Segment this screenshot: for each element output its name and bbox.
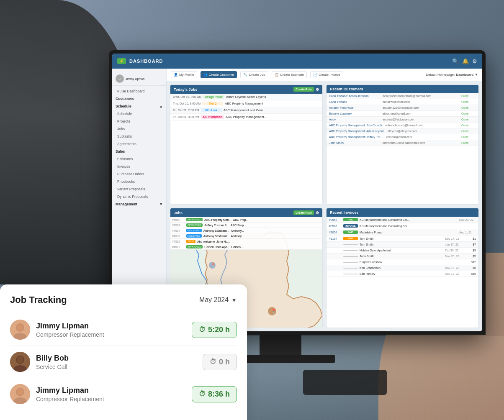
create-invoice-button[interactable]: 📄 Create Invoice <box>310 71 343 78</box>
time-badge-3[interactable]: ⏱ 8:36 h <box>192 386 237 402</box>
job-date: Fri, Oct 21, 2:00 PM <box>173 109 199 112</box>
table-row: Carla Triviano carlatrivi@gmail.com Curr… <box>327 99 478 105</box>
time-badge-2[interactable]: ⏱ 0 h <box>203 354 237 370</box>
settings-icon[interactable]: ⚙ <box>316 87 319 92</box>
job-customer: ABC Management and Cons... <box>224 108 320 112</box>
my-profile-button[interactable]: 👤 My Profile <box>171 71 197 78</box>
sidebar-label: Jobs <box>117 127 125 131</box>
invoice-status <box>343 262 358 263</box>
month-chevron-icon: ▼ <box>231 297 237 303</box>
user-avatar: J <box>116 74 124 83</box>
create-customer-label: Create Customer <box>209 73 234 77</box>
user-name: Jimmy Lipman <box>126 77 144 80</box>
svg-point-11 <box>17 356 23 363</box>
sidebar-item-agreements[interactable]: Agreements <box>112 140 166 148</box>
table-row: Hidden Oaks Apartment Oct 30, 22 $9 <box>327 248 478 254</box>
sidebar-item-pulse[interactable]: Pulse Dashboard <box>112 87 166 95</box>
invoice-date: Nov 20, 22 <box>445 255 462 258</box>
recent-customers-header: Recent Customers <box>327 85 478 93</box>
job-tracking-card: Job Tracking May 2024 ▼ Jimmy Lipman Com… <box>0 284 247 420</box>
settings-icon[interactable]: ⚙ <box>472 58 477 64</box>
sidebar-label: Subtasks <box>117 134 132 138</box>
table-row: #4512 APPROVED Holden Oaks Apa...Holden.… <box>170 244 322 250</box>
sidebar-item-dynamic-proposals[interactable]: Dynamic Proposals <box>112 193 166 200</box>
customer-email: autumn123@fieldpulse.com <box>383 106 458 109</box>
toolbar: 👤 My Profile 👥 Create Customer 🔧 Create … <box>167 69 482 81</box>
sidebar-item-pricebooks[interactable]: Pricebooks <box>112 178 166 185</box>
create-customer-button[interactable]: 👥 Create Customer <box>201 71 237 78</box>
card-title: Job Tracking <box>10 295 67 305</box>
time-badge-1[interactable]: ⏱ 5:20 h <box>192 322 237 338</box>
recent-customers-title: Recent Customers <box>330 87 363 91</box>
job-customer: ABC Property Management... <box>226 115 320 119</box>
time-value-1: 5:20 h <box>208 325 230 334</box>
table-row: ABC Property Management: Adam Leyens ale… <box>327 128 478 134</box>
sidebar-group-sales[interactable]: Sales <box>112 148 166 155</box>
table-row: #0567 PAID KC Management and Consulting … <box>327 217 478 223</box>
invoice-status: NEW <box>343 237 358 240</box>
job-type-1: Compressor Replacement <box>36 331 186 338</box>
customer-name: ABC Property Management: Jeffrey Tra... <box>329 136 383 138</box>
sidebar-item-variant-proposals[interactable]: Variant Proposals <box>112 185 166 193</box>
table-row: #4591 APPROVED Jeffrey Trasom S...ABC Pr… <box>170 223 322 228</box>
sidebar-label: Customers <box>116 97 134 101</box>
search-icon[interactable]: 🔍 <box>452 58 459 64</box>
sidebar-label: Purchase Orders <box>117 172 144 176</box>
create-job-button[interactable]: 🔧 Create Job <box>240 71 268 78</box>
month-label: May 2024 <box>199 296 229 304</box>
avatar-jimmy-2 <box>10 384 30 404</box>
sidebar-item-projects[interactable]: Projects <box>112 118 166 125</box>
time-value-2: 0 h <box>219 358 230 366</box>
invoice-customer: Tom Smith <box>360 237 443 240</box>
jobs-table: Wed, Oct 19, 8:00 AM Design Phase Adam L… <box>170 94 322 120</box>
sidebar-group-schedule[interactable]: Schedule ▲ <box>112 102 166 110</box>
create-rule-button-2[interactable]: Create Rule <box>293 210 314 215</box>
job-item-1: Jimmy Lipman Compressor Replacement ⏱ 5:… <box>10 314 237 346</box>
my-profile-label: My Profile <box>179 73 194 77</box>
invoice-customer: John Smith <box>360 255 443 258</box>
job-status: Design Phase <box>203 95 224 99</box>
table-row: Eugene Lugshaw $12 <box>327 259 478 265</box>
bell-icon[interactable]: 🔔 <box>462 58 469 64</box>
invoice-status: PAID <box>343 230 358 234</box>
create-estimate-button[interactable]: 📋 Create Estimate <box>272 71 307 78</box>
profile-icon: 👤 <box>174 73 178 77</box>
avatar-face-svg-3 <box>10 384 30 404</box>
invoice-date: Aug 1, 21 <box>459 231 476 234</box>
sidebar-group-management[interactable]: Management ▼ <box>112 200 166 208</box>
sidebar-group-customers[interactable]: Customers <box>112 95 166 102</box>
sidebar-item-jobs[interactable]: Jobs <box>112 125 166 133</box>
invoice-date: Oct 30, 22 <box>445 249 462 252</box>
sidebar-item-estimates[interactable]: Estimates <box>112 155 166 163</box>
create-rule-button[interactable]: Create Rule <box>293 87 314 92</box>
job-info-1: Jimmy Lipman Compressor Replacement <box>36 322 186 338</box>
avatar-billy <box>10 352 30 372</box>
card-header: Job Tracking May 2024 ▼ <box>10 295 237 305</box>
sidebar-label: Schedule <box>117 112 132 116</box>
invoice-amount: $7 <box>463 243 476 246</box>
customer-email: aleyens@aleyens.com <box>388 130 458 133</box>
month-selector[interactable]: May 2024 ▼ <box>199 296 237 304</box>
default-homepage-label: Default Homepage: <box>426 73 455 77</box>
settings-icon-2[interactable]: ⚙ <box>316 211 319 215</box>
customer-name: Andy <box>329 118 379 121</box>
default-homepage-dropdown[interactable]: Default Homepage: Dashboard ▼ <box>426 73 478 77</box>
sidebar-user[interactable]: J Jimmy Lipman <box>112 72 166 86</box>
estimate-icon: 📋 <box>275 73 279 77</box>
sidebar-item-purchase-orders[interactable]: Purchase Orders <box>112 170 166 178</box>
table-row: Fri, Oct 21, 2:00 PM SC - Leak ABC Manag… <box>170 107 322 114</box>
sidebar-item-invoices[interactable]: Invoices <box>112 163 166 170</box>
job-status: Test 2 <box>202 102 223 105</box>
sidebar-item-schedule-sub[interactable]: Schedule <box>112 110 166 118</box>
invoice-customer: Madeleine Frump <box>360 231 458 234</box>
job-info-3: Jimmy Lipman Compressor Replacement <box>36 386 186 402</box>
customer-status: Curre <box>461 124 476 127</box>
table-row: #4533 RECEIVED Anthony Stoddard...Anthon… <box>170 233 322 239</box>
job-item-3: Jimmy Lipman Compressor Replacement ⏱ 8:… <box>10 378 237 410</box>
sidebar-item-subtasks[interactable]: Subtasks <box>112 133 166 140</box>
clock-icon-1: ⏱ <box>199 326 206 333</box>
dashboard-title: DASHBOARD <box>129 59 163 64</box>
svg-point-15 <box>17 389 23 395</box>
invoice-number: #1054 <box>329 231 342 234</box>
clock-icon-2: ⏱ <box>210 358 216 366</box>
